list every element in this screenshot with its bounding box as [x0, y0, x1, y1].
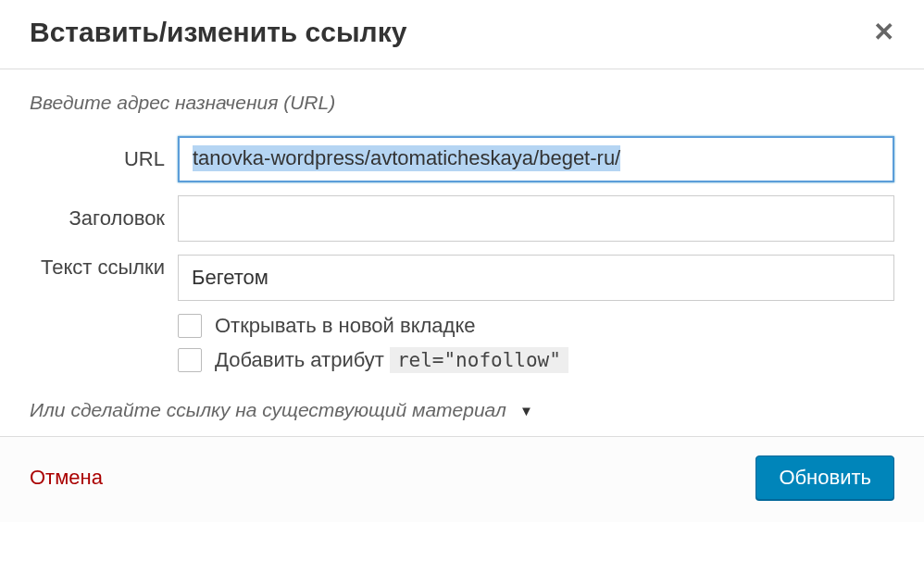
nofollow-checkbox-row[interactable]: Добавить атрибут rel="nofollow" [178, 347, 894, 373]
linktext-input[interactable] [178, 255, 894, 301]
dialog-header: Вставить/изменить ссылку ✕ [0, 0, 924, 69]
url-row: URL tanovka-wordpress/avtomaticheskaya/b… [30, 136, 894, 182]
intro-text: Введите адрес назначения (URL) [30, 92, 894, 114]
title-label: Заголовок [30, 206, 178, 231]
close-button[interactable]: ✕ [873, 19, 894, 45]
checkbox-icon [178, 314, 202, 338]
expand-label: Или сделайте ссылку на существующий мате… [30, 399, 506, 421]
title-row: Заголовок [30, 195, 894, 242]
dialog-footer: Отмена Обновить [0, 436, 924, 522]
url-label: URL [30, 146, 178, 172]
newtab-checkbox-row[interactable]: Открывать в новой вкладке [178, 314, 894, 338]
submit-button[interactable]: Обновить [755, 455, 894, 500]
url-value-selection: tanovka-wordpress/avtomaticheskaya/beget… [193, 145, 620, 171]
checkbox-group: Открывать в новой вкладке Добавить атриб… [178, 314, 894, 373]
cancel-button[interactable]: Отмена [30, 466, 103, 490]
nofollow-code: rel="nofollow" [390, 347, 568, 373]
dialog-body: Введите адрес назначения (URL) URL tanov… [0, 69, 924, 436]
close-icon: ✕ [873, 18, 894, 46]
linktext-label: Текст ссылки [30, 255, 178, 281]
nofollow-label-prefix: Добавить атрибут [215, 348, 384, 372]
url-input[interactable]: tanovka-wordpress/avtomaticheskaya/beget… [178, 136, 894, 182]
newtab-label: Открывать в новой вкладке [215, 314, 476, 338]
expand-existing-toggle[interactable]: Или сделайте ссылку на существующий мате… [30, 399, 894, 421]
checkbox-icon [178, 348, 202, 372]
linktext-row: Текст ссылки [30, 255, 894, 301]
chevron-down-icon: ▼ [519, 403, 533, 418]
title-input[interactable] [178, 195, 894, 242]
dialog-title: Вставить/изменить ссылку [30, 17, 406, 48]
